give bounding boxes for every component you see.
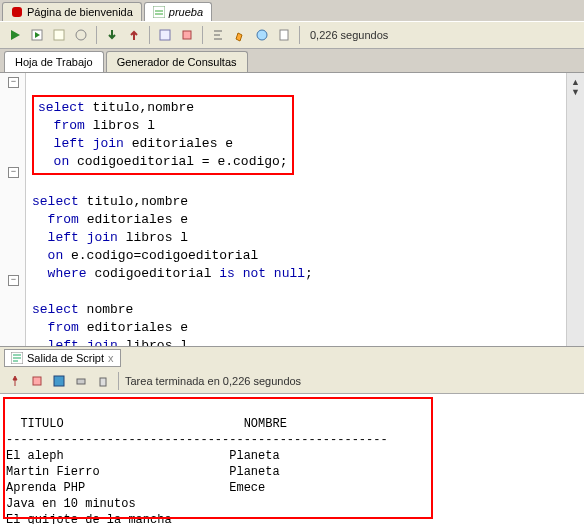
cell: Emece	[229, 481, 265, 495]
tab-generador-consultas[interactable]: Generador de Consultas	[106, 51, 248, 72]
tab-hoja-trabajo[interactable]: Hoja de Trabajo	[4, 51, 104, 72]
scroll-nav[interactable]: ▲▼	[566, 73, 584, 346]
cell: Planeta	[229, 465, 279, 479]
svg-point-7	[257, 30, 267, 40]
run-script-icon[interactable]	[28, 26, 46, 44]
col-titulo: TITULO	[20, 417, 63, 431]
script-output[interactable]: TITULO NOMBRE --------------------------…	[0, 394, 584, 524]
tab-label: Página de bienvenida	[27, 6, 133, 18]
svg-rect-3	[54, 30, 64, 40]
sql-history-icon[interactable]	[156, 26, 174, 44]
svg-point-4	[76, 30, 86, 40]
output-tabs: Salida de Script x	[0, 346, 584, 369]
report-icon[interactable]	[275, 26, 293, 44]
clear-icon[interactable]	[178, 26, 196, 44]
rollback-icon[interactable]	[125, 26, 143, 44]
pencil-icon[interactable]	[231, 26, 249, 44]
separator	[96, 26, 97, 44]
tab-label: prueba	[169, 6, 203, 18]
fold-icon[interactable]: −	[8, 77, 19, 88]
fold-icon[interactable]: −	[8, 167, 19, 178]
cell: El quijote de la mancha	[6, 513, 172, 524]
cell: El aleph	[6, 449, 64, 463]
cell: Martin Fierro	[6, 465, 100, 479]
cell: Planeta	[229, 449, 279, 463]
close-icon[interactable]: x	[108, 352, 114, 364]
tab-welcome[interactable]: Página de bienvenida	[2, 2, 142, 21]
svg-rect-1	[153, 6, 165, 18]
oracle-icon	[11, 6, 23, 18]
svg-rect-12	[77, 379, 85, 384]
editor-area: −select titulo,nombre from libros l left…	[0, 73, 584, 346]
commit-icon[interactable]	[103, 26, 121, 44]
elapsed-time: 0,226 segundos	[306, 29, 388, 41]
result-separator: ----------------------------------------…	[6, 433, 388, 447]
toolbar: 0,226 segundos	[0, 21, 584, 49]
gutter	[0, 73, 26, 346]
snippet-icon[interactable]	[253, 26, 271, 44]
output-toolbar: Tarea terminada en 0,226 segundos	[0, 369, 584, 394]
print-icon[interactable]	[72, 372, 90, 390]
autotrace-icon[interactable]	[72, 26, 90, 44]
tab-prueba[interactable]: prueba	[144, 2, 212, 21]
separator	[202, 26, 203, 44]
task-status: Tarea terminada en 0,226 segundos	[125, 375, 301, 387]
svg-rect-11	[54, 376, 64, 386]
tab-salida-script[interactable]: Salida de Script x	[4, 349, 121, 367]
cell: Aprenda PHP	[6, 481, 85, 495]
svg-rect-10	[33, 377, 41, 385]
format-icon[interactable]	[209, 26, 227, 44]
worksheet-tabs: Hoja de Trabajo Generador de Consultas	[0, 49, 584, 73]
separator	[149, 26, 150, 44]
svg-rect-0	[12, 7, 22, 17]
separator	[299, 26, 300, 44]
fold-icon[interactable]: −	[8, 275, 19, 286]
trash-icon[interactable]	[94, 372, 112, 390]
sql-editor[interactable]: −select titulo,nombre from libros l left…	[26, 73, 566, 346]
separator	[118, 372, 119, 390]
svg-rect-5	[160, 30, 170, 40]
sql-icon	[153, 6, 165, 18]
run-icon[interactable]	[6, 26, 24, 44]
output-tab-label: Salida de Script	[27, 352, 104, 364]
svg-rect-8	[280, 30, 288, 40]
script-output-icon	[11, 352, 23, 364]
svg-rect-6	[183, 31, 191, 39]
explain-icon[interactable]	[50, 26, 68, 44]
cell: Java en 10 minutos	[6, 497, 136, 511]
clear-output-icon[interactable]	[28, 372, 46, 390]
file-tabs: Página de bienvenida prueba	[0, 0, 584, 21]
col-nombre: NOMBRE	[244, 417, 287, 431]
svg-rect-13	[100, 378, 106, 386]
pin-icon[interactable]	[6, 372, 24, 390]
save-icon[interactable]	[50, 372, 68, 390]
